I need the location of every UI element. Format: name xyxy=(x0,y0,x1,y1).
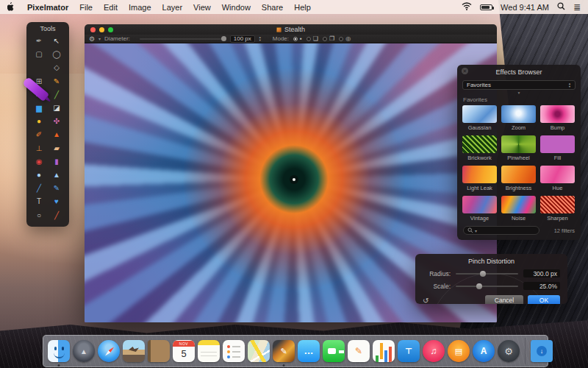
reminders-icon[interactable] xyxy=(223,340,245,362)
dock-item-facetime[interactable] xyxy=(322,339,345,363)
launchpad-icon[interactable]: ▲ xyxy=(73,340,95,362)
tool-gradient[interactable]: ● xyxy=(33,116,45,127)
tool-burn[interactable]: ▲ xyxy=(51,130,62,140)
system-preferences-icon[interactable]: ⚙ xyxy=(498,340,520,362)
diameter-value-field[interactable]: 100 px xyxy=(230,35,255,43)
tool-paint[interactable] xyxy=(33,63,45,73)
effect-thumbnail[interactable] xyxy=(462,196,497,213)
tool-type[interactable]: T xyxy=(33,197,45,207)
tool-healing[interactable]: ▰ xyxy=(51,144,62,154)
effect-sharpen[interactable]: Sharpen xyxy=(540,196,575,222)
dock-item-ibooks[interactable]: ▤ xyxy=(447,339,470,363)
radio[interactable] xyxy=(339,37,343,41)
pinch-center-handle[interactable] xyxy=(293,178,295,181)
numbers-icon[interactable] xyxy=(373,340,395,362)
tool-line[interactable]: ╱ xyxy=(33,183,45,194)
finder-icon[interactable] xyxy=(48,340,70,362)
effect-thumbnail[interactable] xyxy=(462,135,497,153)
dock-item-downloads[interactable] xyxy=(530,339,553,363)
notes-icon[interactable] xyxy=(198,340,220,362)
contacts-icon[interactable] xyxy=(148,340,170,362)
spotlight-icon[interactable] xyxy=(557,2,565,12)
radio[interactable] xyxy=(306,37,311,41)
keynote-icon[interactable]: ⊤ xyxy=(398,340,420,362)
effect-vintage[interactable]: Vintage xyxy=(462,196,497,222)
tool-fill-rect[interactable]: ▆ xyxy=(33,103,45,113)
effect-pinwheel[interactable]: Pinwheel xyxy=(501,135,536,161)
dock-item-maps[interactable] xyxy=(247,339,270,363)
dock-item-numbers[interactable] xyxy=(372,339,395,363)
effect-thumbnail[interactable] xyxy=(501,105,536,123)
effect-thumbnail[interactable] xyxy=(462,105,497,123)
dock-item-photos[interactable] xyxy=(122,339,146,363)
menu-clock[interactable]: Wed 9:41 AM xyxy=(501,3,549,12)
disclosure-caret-icon[interactable]: ▼ xyxy=(457,90,581,96)
effect-light-leak[interactable]: Light Leak xyxy=(462,166,497,191)
dock-item-keynote[interactable]: ⊤ xyxy=(397,339,420,363)
effects-search-field[interactable]: ▾ xyxy=(463,226,539,235)
effect-brightness[interactable]: Brightness xyxy=(501,166,536,191)
mode-option-subtract[interactable]: ❐ xyxy=(323,35,334,42)
close-icon[interactable]: ✕ xyxy=(462,68,468,74)
effect-thumbnail[interactable] xyxy=(540,105,575,123)
tool-pencil[interactable]: ✎ xyxy=(51,77,62,87)
dock-item-sysprefs[interactable]: ⚙ xyxy=(497,339,520,363)
radius-slider-thumb[interactable] xyxy=(480,271,486,277)
dock-item-safari[interactable] xyxy=(97,339,121,363)
menu-image[interactable]: Image xyxy=(129,3,151,12)
menu-edit[interactable]: Edit xyxy=(104,3,118,12)
dock-item-pages[interactable]: ✎ xyxy=(347,339,370,363)
dock-item-notes[interactable] xyxy=(197,339,220,363)
dock-item-appstore[interactable]: A xyxy=(472,339,495,363)
tool-ellipse-select[interactable]: ◯ xyxy=(51,49,62,60)
radio-selected[interactable] xyxy=(293,37,298,41)
close-button[interactable] xyxy=(90,27,96,32)
effect-thumbnail[interactable] xyxy=(462,166,497,183)
tool-zoom[interactable]: ○ xyxy=(33,210,45,221)
safari-icon[interactable] xyxy=(98,340,120,362)
trash-icon[interactable] xyxy=(556,340,578,362)
dock-item-reminders[interactable] xyxy=(222,339,245,363)
apple-menu-icon[interactable] xyxy=(7,2,17,12)
minimize-button[interactable] xyxy=(99,27,104,32)
dock-item-pixelmator[interactable]: ✎ xyxy=(272,339,295,363)
pages-icon[interactable]: ✎ xyxy=(348,340,370,362)
itunes-icon[interactable]: ♫ xyxy=(423,340,445,362)
tool-sharpen[interactable]: ▲ xyxy=(51,170,62,180)
effect-gaussian[interactable]: Gaussian xyxy=(462,105,497,131)
tool-thin-brush[interactable]: ╱ xyxy=(51,90,62,100)
mode-option-add[interactable]: ❏ xyxy=(306,35,318,42)
tool-blue-pencil[interactable]: ✎ xyxy=(51,183,62,194)
notification-center-icon[interactable]: ≣ xyxy=(573,3,581,12)
scale-slider-thumb[interactable] xyxy=(476,283,482,289)
mode-option-normal[interactable]: ▪ xyxy=(293,35,302,42)
messages-icon[interactable]: … xyxy=(298,340,320,362)
tool-pen[interactable]: ✒ xyxy=(33,36,45,46)
tool-color-brush[interactable]: ✣ xyxy=(51,116,62,127)
facetime-icon[interactable] xyxy=(323,340,345,362)
photos-icon[interactable] xyxy=(123,340,145,362)
effect-thumbnail[interactable] xyxy=(540,196,575,213)
menu-share[interactable]: Share xyxy=(262,3,283,12)
tool-shape[interactable]: ♥ xyxy=(51,197,62,207)
dock-item-calendar[interactable]: NOV5 xyxy=(172,339,196,363)
effect-brickwork[interactable]: Brickwork xyxy=(462,135,497,161)
tool-move[interactable]: ↖ xyxy=(51,36,62,46)
menu-help[interactable]: Help xyxy=(294,3,311,12)
menu-view[interactable]: View xyxy=(193,3,211,12)
effect-hue[interactable]: Hue xyxy=(540,166,575,191)
effect-noise[interactable]: Noise xyxy=(501,196,536,222)
dock-item-finder[interactable] xyxy=(47,339,71,363)
zoom-button[interactable] xyxy=(108,27,113,32)
effect-thumbnail[interactable] xyxy=(540,166,575,183)
radius-value-field[interactable]: 300.0 px xyxy=(523,269,560,277)
effect-zoom[interactable]: Zoom xyxy=(501,105,536,131)
menu-file[interactable]: File xyxy=(79,3,93,12)
effect-fill[interactable]: Fill xyxy=(540,135,575,161)
tool-blur[interactable]: ● xyxy=(33,170,45,180)
downloads-folder-icon[interactable] xyxy=(531,340,553,362)
radio[interactable] xyxy=(323,37,327,41)
dock-item-itunes[interactable]: ♫ xyxy=(422,339,445,363)
ibooks-icon[interactable]: ▤ xyxy=(448,340,470,362)
gear-dropdown-caret-icon[interactable]: ▾ xyxy=(98,36,101,41)
